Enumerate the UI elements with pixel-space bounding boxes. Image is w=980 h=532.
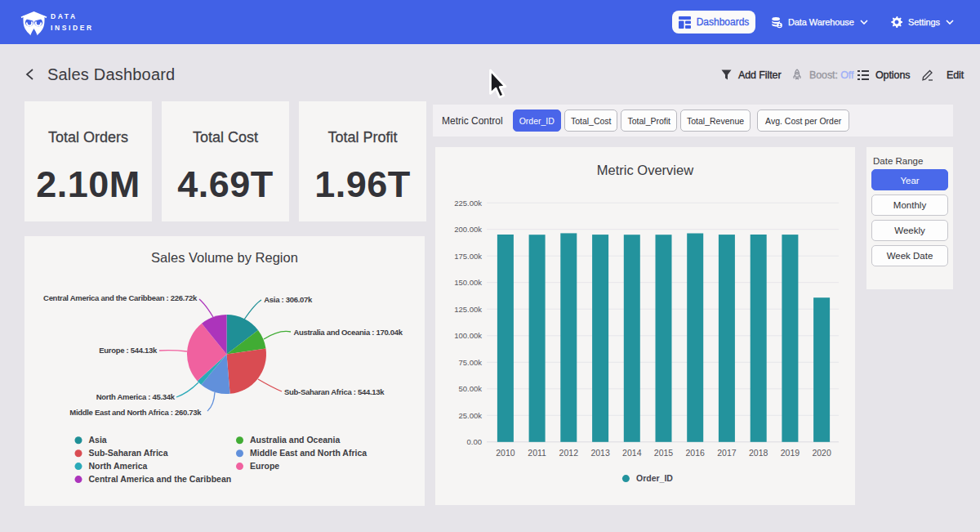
svg-text:225.00k: 225.00k: [454, 199, 482, 208]
svg-text:Sub-Saharan Africa: Sub-Saharan Africa: [89, 448, 168, 458]
svg-text:2015: 2015: [654, 448, 674, 458]
svg-text:Australia and Oceania: Australia and Oceania: [250, 435, 340, 445]
svg-text:Europe : 544.13k: Europe : 544.13k: [99, 346, 158, 355]
svg-text:2017: 2017: [717, 448, 737, 458]
svg-text:25.00k: 25.00k: [458, 411, 482, 420]
svg-text:Australia and Oceania : 170.04: Australia and Oceania : 170.04k: [293, 328, 403, 337]
svg-text:125.00k: 125.00k: [454, 305, 482, 314]
svg-text:150.00k: 150.00k: [454, 278, 482, 287]
svg-text:2014: 2014: [622, 448, 642, 458]
svg-text:Asia: Asia: [89, 435, 107, 445]
svg-text:Order_ID: Order_ID: [636, 473, 673, 483]
svg-text:Sub-Saharan Africa : 544.13k: Sub-Saharan Africa : 544.13k: [284, 387, 385, 396]
svg-text:2016: 2016: [686, 448, 706, 458]
svg-text:2010: 2010: [496, 448, 515, 458]
svg-text:0.00: 0.00: [467, 437, 483, 446]
svg-text:175.00k: 175.00k: [454, 252, 482, 261]
svg-text:2012: 2012: [559, 448, 579, 458]
svg-text:2018: 2018: [749, 448, 768, 458]
svg-text:North America: North America: [89, 461, 148, 471]
svg-text:2020: 2020: [812, 448, 831, 458]
svg-text:Middle East and North Africa: Middle East and North Africa: [250, 448, 367, 458]
svg-text:100.00k: 100.00k: [454, 331, 482, 340]
svg-text:Europe: Europe: [250, 461, 279, 471]
svg-text:200.00k: 200.00k: [454, 225, 482, 234]
svg-text:Asia : 306.07k: Asia : 306.07k: [264, 295, 313, 304]
svg-text:Central America and the Caribb: Central America and the Caribbean: [89, 474, 232, 484]
svg-text:75.00k: 75.00k: [458, 358, 482, 367]
svg-text:2019: 2019: [781, 448, 800, 458]
svg-text:2013: 2013: [590, 448, 610, 458]
svg-text:North America : 45.34k: North America : 45.34k: [96, 392, 176, 401]
svg-text:Central America and the Caribb: Central America and the Caribbean : 226.…: [43, 293, 198, 302]
svg-text:2011: 2011: [528, 448, 546, 458]
svg-text:Middle East and North Africa :: Middle East and North Africa : 260.73k: [69, 408, 202, 417]
svg-text:50.00k: 50.00k: [458, 384, 482, 393]
